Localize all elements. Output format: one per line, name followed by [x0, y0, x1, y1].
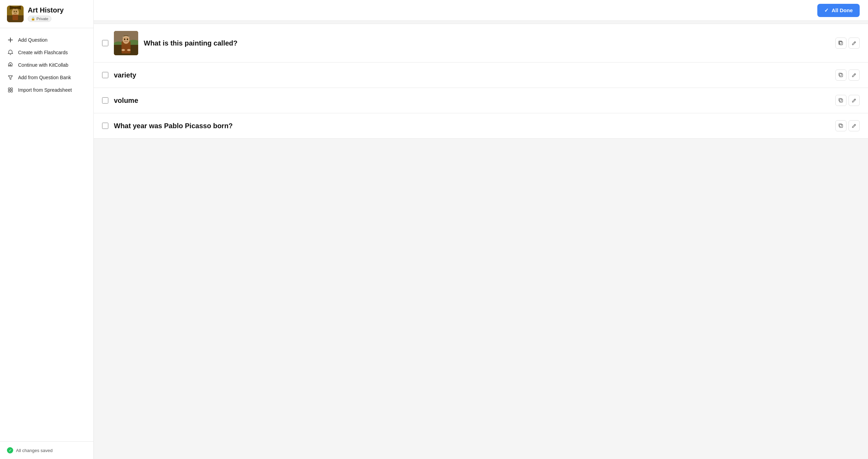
question-3-edit-button[interactable] — [849, 95, 860, 106]
question-1-copy-button[interactable] — [835, 38, 846, 49]
sidebar-item-create-flashcards[interactable]: Create with Flashcards — [0, 46, 93, 59]
svg-point-21 — [122, 49, 125, 51]
svg-rect-4 — [12, 15, 18, 20]
svg-point-22 — [127, 49, 131, 51]
sidebar-header: Art History 🔒 Private — [0, 0, 93, 28]
nav-label-create-flashcards: Create with Flashcards — [18, 50, 68, 55]
sidebar-title: Art History — [28, 6, 64, 14]
lock-icon: 🔒 — [31, 17, 35, 21]
svg-point-6 — [16, 11, 17, 12]
private-badge: 🔒 Private — [28, 16, 51, 22]
nav-label-kitcollab: Continue with KitCollab — [18, 62, 68, 68]
svg-point-20 — [127, 39, 128, 40]
badge-label: Private — [36, 17, 48, 21]
sidebar-item-import-spreadsheet[interactable]: Import from Spreadsheet — [0, 84, 93, 96]
svg-rect-13 — [11, 90, 12, 92]
question-4-copy-button[interactable] — [835, 120, 846, 131]
main-content: ✓ All Done — [94, 0, 868, 459]
question-3-actions — [835, 95, 860, 106]
table-row: What is this painting called? — [94, 24, 868, 63]
sidebar-title-block: Art History 🔒 Private — [28, 6, 64, 22]
question-4-text: What year was Pablo Picasso born? — [114, 122, 830, 130]
svg-point-9 — [10, 64, 11, 65]
plus-icon — [7, 37, 14, 43]
all-done-button[interactable]: ✓ All Done — [817, 4, 860, 17]
sidebar-item-question-bank[interactable]: Add from Question Bank — [0, 71, 93, 84]
rocket-icon — [7, 62, 14, 68]
question-1-image — [114, 31, 138, 55]
sidebar-item-kitcollab[interactable]: Continue with KitCollab — [0, 59, 93, 71]
svg-rect-27 — [840, 99, 843, 102]
svg-rect-10 — [8, 88, 10, 90]
saved-text: All changes saved — [16, 448, 53, 453]
sidebar: Art History 🔒 Private Add Question — [0, 0, 94, 459]
table-row: What year was Pablo Picasso born? — [94, 113, 868, 139]
table-row: volume — [94, 88, 868, 113]
svg-rect-23 — [840, 42, 843, 45]
question-3-checkbox[interactable] — [102, 97, 108, 104]
question-2-text: variety — [114, 71, 830, 79]
table-row: variety — [94, 63, 868, 88]
question-3-copy-button[interactable] — [835, 95, 846, 106]
question-3-text: volume — [114, 97, 830, 105]
svg-rect-25 — [840, 74, 843, 77]
svg-rect-28 — [839, 98, 842, 101]
svg-rect-30 — [839, 124, 842, 126]
sidebar-nav: Add Question Create with Flashcards — [0, 28, 93, 441]
nav-label-add-question: Add Question — [18, 37, 48, 43]
questions-list: What is this painting called? — [94, 21, 868, 459]
bell-icon — [7, 50, 14, 55]
question-1-checkbox[interactable] — [102, 40, 108, 46]
question-4-checkbox[interactable] — [102, 123, 108, 129]
question-1-edit-button[interactable] — [849, 38, 860, 49]
svg-point-5 — [14, 11, 15, 12]
svg-point-19 — [124, 39, 125, 40]
sidebar-item-add-question[interactable]: Add Question — [0, 34, 93, 46]
svg-rect-24 — [839, 41, 842, 44]
svg-rect-12 — [8, 90, 10, 92]
sidebar-footer: ✓ All changes saved — [0, 441, 93, 459]
nav-label-import-spreadsheet: Import from Spreadsheet — [18, 87, 72, 93]
all-done-check: ✓ — [824, 7, 829, 14]
question-1-text: What is this painting called? — [144, 39, 830, 47]
question-2-actions — [835, 69, 860, 81]
avatar — [7, 6, 24, 22]
question-2-copy-button[interactable] — [835, 69, 846, 81]
svg-rect-26 — [839, 73, 842, 76]
nav-label-question-bank: Add from Question Bank — [18, 75, 71, 80]
grid-icon — [7, 87, 14, 93]
question-2-edit-button[interactable] — [849, 69, 860, 81]
all-done-label: All Done — [832, 7, 853, 13]
svg-rect-29 — [840, 124, 843, 128]
top-bar: ✓ All Done — [94, 0, 868, 21]
question-2-checkbox[interactable] — [102, 72, 108, 78]
svg-point-3 — [12, 8, 18, 14]
svg-rect-11 — [11, 88, 12, 90]
filter-icon — [7, 75, 14, 80]
saved-check-icon: ✓ — [7, 447, 13, 453]
question-1-actions — [835, 38, 860, 49]
question-4-actions — [835, 120, 860, 131]
question-4-edit-button[interactable] — [849, 120, 860, 131]
